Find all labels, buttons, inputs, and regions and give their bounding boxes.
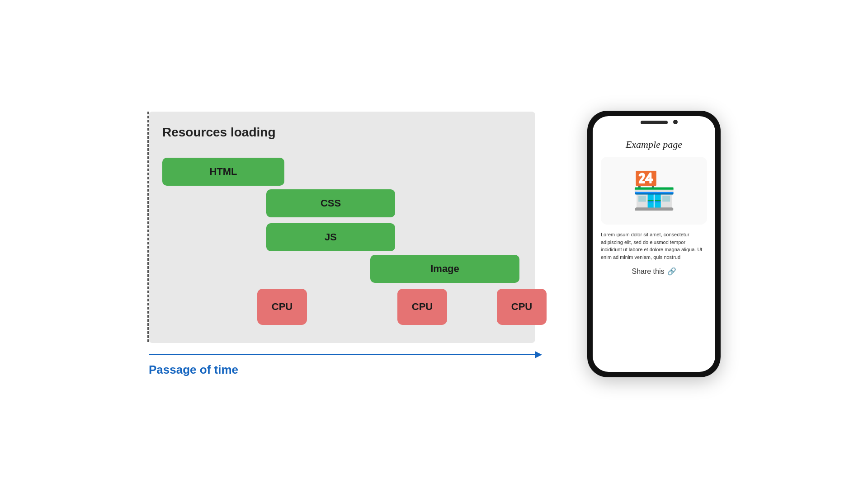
phone-frame: Example page 🏪 Lorem ipsum dolor sit ame… — [587, 111, 721, 377]
diagram-title: Resources loading — [162, 125, 522, 140]
time-line — [149, 354, 535, 355]
cpu-box-1: CPU — [257, 289, 307, 325]
cpu-box-2: CPU — [397, 289, 447, 325]
phone-camera — [673, 120, 678, 124]
phone-share-area[interactable]: Share this 🔗 — [632, 267, 676, 276]
share-link-icon: 🔗 — [667, 267, 676, 276]
time-arrowhead — [535, 351, 542, 358]
html-bar-label: HTML — [209, 166, 237, 178]
cpu-box-3: CPU — [497, 289, 547, 325]
diagram-section: Resources loading HTML CSS JS — [147, 112, 542, 377]
css-bar: CSS — [266, 189, 395, 217]
css-bar-label: CSS — [321, 197, 341, 209]
store-icon: 🏪 — [632, 173, 677, 209]
phone-card: 🏪 — [601, 157, 707, 225]
image-bar: Image — [370, 255, 519, 283]
diagram-box: Resources loading HTML CSS JS — [149, 112, 535, 343]
phone-screen: Example page 🏪 Lorem ipsum dolor sit ame… — [593, 116, 715, 372]
cpu-label-2: CPU — [412, 301, 433, 313]
diagram-wrapper: Resources loading HTML CSS JS — [147, 112, 535, 343]
time-section — [147, 351, 542, 358]
js-bar: JS — [266, 223, 395, 251]
phone-speaker — [641, 121, 668, 124]
phone-section: Example page 🏪 Lorem ipsum dolor sit ame… — [587, 111, 721, 377]
main-container: Resources loading HTML CSS JS — [0, 111, 868, 377]
share-label: Share this — [632, 267, 664, 276]
resources-area: HTML CSS JS Image CP — [162, 153, 522, 325]
html-bar: HTML — [162, 158, 284, 186]
cpu-label-3: CPU — [511, 301, 532, 313]
js-bar-label: JS — [325, 231, 337, 243]
time-arrow — [149, 351, 542, 358]
phone-page-title: Example page — [626, 139, 682, 150]
phone-body-text: Lorem ipsum dolor sit amet, consectetur … — [601, 231, 707, 261]
image-bar-label: Image — [430, 263, 459, 275]
time-label: Passage of time — [147, 363, 238, 377]
cpu-label-1: CPU — [272, 301, 292, 313]
